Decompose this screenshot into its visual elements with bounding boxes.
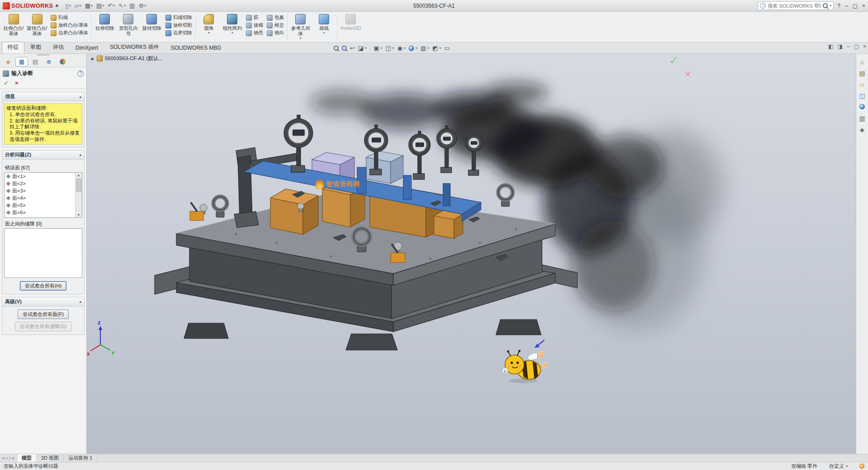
new-document-button[interactable]: ▯▾ xyxy=(64,2,72,9)
zoom-fit-icon[interactable] xyxy=(334,46,339,51)
heal-all-faces-button[interactable]: 尝试愈合所有面(F) xyxy=(18,310,69,319)
tab-configuration-manager[interactable]: ▤ xyxy=(29,57,42,66)
caret-icon[interactable]: ▾ xyxy=(323,32,325,34)
wrap-button[interactable]: 包裹 xyxy=(265,14,286,21)
reference-geometry-button[interactable]: 参考几何体 ▾ xyxy=(289,13,312,41)
monitor-icon[interactable]: ▭ xyxy=(444,45,450,51)
tab-dimxpert[interactable]: DimXpert xyxy=(70,43,104,53)
loft-boss-button[interactable]: 放样凸台/基体 xyxy=(49,22,90,28)
resources-icon[interactable]: ◈ xyxy=(860,126,865,133)
print-button[interactable]: ▤▾ xyxy=(95,2,105,9)
nav-last-icon[interactable]: » xyxy=(12,456,14,461)
rib-button[interactable]: 筋 xyxy=(244,14,265,21)
pm-help-icon[interactable]: ? xyxy=(77,70,84,77)
caret-icon[interactable]: ▾ xyxy=(91,4,93,8)
search-input[interactable] xyxy=(768,3,821,9)
intersect-button[interactable]: 相交 xyxy=(265,22,286,28)
resource-monitor-icon[interactable] xyxy=(859,464,864,469)
open-button[interactable]: ▱▾ xyxy=(73,2,83,9)
boundary-cut-button[interactable]: 边界切除 xyxy=(164,30,194,36)
options-button[interactable]: ⚙▾ xyxy=(137,2,147,9)
flyout-tree-root[interactable]: ▶ 55003563-CF-A1 (默认... xyxy=(91,55,163,62)
doc-restore-icon[interactable]: ▢ xyxy=(854,43,859,50)
sweep-button[interactable]: 扫描 xyxy=(49,14,90,21)
heal-all-gaps-button[interactable]: 尝试愈合所有缝隙(G) xyxy=(15,322,72,331)
caret-icon[interactable]: ▾ xyxy=(404,46,406,50)
caret-icon[interactable]: ▾ xyxy=(102,4,104,8)
appearances-icon[interactable] xyxy=(859,103,865,111)
section-analyze[interactable]: 分析问题(Z) ▴ xyxy=(2,150,85,160)
cad-model[interactable]: Z X Y xyxy=(87,54,856,454)
curves-button[interactable]: 曲线 ▾ xyxy=(312,13,336,41)
collapse-chevron-icon[interactable]: ▴ xyxy=(79,94,81,99)
caret-icon[interactable]: ▾ xyxy=(439,46,441,50)
list-item[interactable]: 面<3> xyxy=(5,188,75,195)
revolve-boss-button[interactable]: 旋转凸台/基体 xyxy=(25,13,49,41)
ok-button[interactable]: ✓ xyxy=(4,80,9,86)
tab-feature-manager[interactable]: ◈ xyxy=(2,57,14,66)
tab-features[interactable]: 特征 xyxy=(2,42,24,53)
instant3d-button[interactable]: Instant3D xyxy=(339,13,363,41)
gaps-list[interactable] xyxy=(4,228,82,278)
select-tool-button[interactable]: ↖▾ xyxy=(117,2,127,9)
faulty-faces-list[interactable]: 面<1> 面<2> 面<3> 面<4> 面<5> 面<6> 面<7> ▲ ▼ xyxy=(4,172,82,218)
view-orientation-icon[interactable]: ▣ xyxy=(373,45,379,51)
lofted-cut-button[interactable]: 放样切割 xyxy=(164,22,194,28)
mirror-button[interactable]: 镜向 xyxy=(265,30,286,36)
caret-icon[interactable]: ▾ xyxy=(428,46,429,50)
extruded-cut-button[interactable]: 拉伸切除 xyxy=(93,13,117,41)
caret-icon[interactable]: ▾ xyxy=(208,32,210,34)
list-scrollbar[interactable]: ▲ ▼ xyxy=(75,173,82,217)
section-message[interactable]: 信息 ▴ xyxy=(2,92,85,101)
scroll-up-icon[interactable]: ▲ xyxy=(77,173,80,178)
previous-view-icon[interactable]: ↩ xyxy=(350,45,355,51)
design-library-icon[interactable]: ▤ xyxy=(859,70,865,77)
graphics-area[interactable]: Z X Y xyxy=(87,54,856,454)
doc-minimize-icon[interactable]: – xyxy=(847,43,850,50)
revolved-cut-button[interactable]: 旋转切除 xyxy=(140,13,164,41)
list-item[interactable]: 面<5> xyxy=(5,202,75,209)
list-item[interactable]: 面<1> xyxy=(5,173,75,180)
nav-prev-icon[interactable]: ‹ xyxy=(6,456,8,461)
caret-icon[interactable]: ▾ xyxy=(113,4,115,8)
caret-icon[interactable]: ▾ xyxy=(830,4,831,8)
tab-motion-study[interactable]: 运动算例 1 xyxy=(64,454,97,462)
tab-property-manager[interactable]: ▦ xyxy=(15,57,28,66)
caret-icon[interactable]: ▾ xyxy=(300,37,302,40)
tab-display-manager[interactable] xyxy=(56,57,69,66)
maximize-icon[interactable]: ▢ xyxy=(853,3,858,9)
custom-properties-icon[interactable]: ▥ xyxy=(859,115,865,122)
tab-addins[interactable]: SOLIDWORKS 插件 xyxy=(104,42,165,53)
hide-show-items-icon[interactable]: ◉ xyxy=(397,45,402,51)
edit-appearance-icon[interactable] xyxy=(409,46,414,51)
tab-sketch[interactable]: 草图 xyxy=(24,42,47,53)
list-item[interactable]: 面<7> xyxy=(5,216,75,218)
zoom-area-icon[interactable] xyxy=(342,46,347,51)
expand-tree-icon[interactable]: ▶ xyxy=(91,56,94,61)
apply-scene-icon[interactable]: ▨ xyxy=(420,45,426,51)
cancel-button[interactable]: × xyxy=(15,80,19,86)
shell-button[interactable]: 抽壳 xyxy=(244,30,265,36)
pane-split-right-icon[interactable]: ◨ xyxy=(838,43,843,50)
help-search-box[interactable]: ? ▾ xyxy=(758,1,834,10)
section-advanced[interactable]: 高级(V) ▴ xyxy=(2,297,85,306)
confirm-cancel-corner[interactable]: × xyxy=(684,67,691,81)
caret-icon[interactable]: ▾ xyxy=(144,4,146,8)
pane-split-left-icon[interactable]: ◧ xyxy=(828,43,833,50)
close-icon[interactable]: × xyxy=(862,3,865,9)
tab-mbd[interactable]: SOLIDWORKS MBD xyxy=(165,43,227,53)
tab-3d-views[interactable]: 3D 视图 xyxy=(37,454,64,462)
hole-wizard-button[interactable]: 异型孔向导 xyxy=(117,13,140,41)
caret-icon[interactable]: ▾ xyxy=(365,46,367,50)
heal-all-button[interactable]: 尝试愈合所有(H) xyxy=(20,281,66,291)
fillet-button[interactable]: 圆角 ▾ xyxy=(197,13,221,41)
tab-dimxpert-manager[interactable]: ⊕ xyxy=(42,57,55,66)
nav-next-icon[interactable]: › xyxy=(9,456,10,461)
home-icon[interactable]: ⌂ xyxy=(860,58,864,66)
confirm-ok-corner[interactable]: ✓ xyxy=(669,54,679,68)
caret-icon[interactable]: ▾ xyxy=(69,4,71,8)
linear-pattern-button[interactable]: 线性阵列 ▾ xyxy=(221,13,244,41)
list-item[interactable]: 面<2> xyxy=(5,180,75,188)
caret-icon[interactable]: ▾ xyxy=(392,46,394,50)
save-button[interactable]: ▦▾ xyxy=(84,2,94,9)
